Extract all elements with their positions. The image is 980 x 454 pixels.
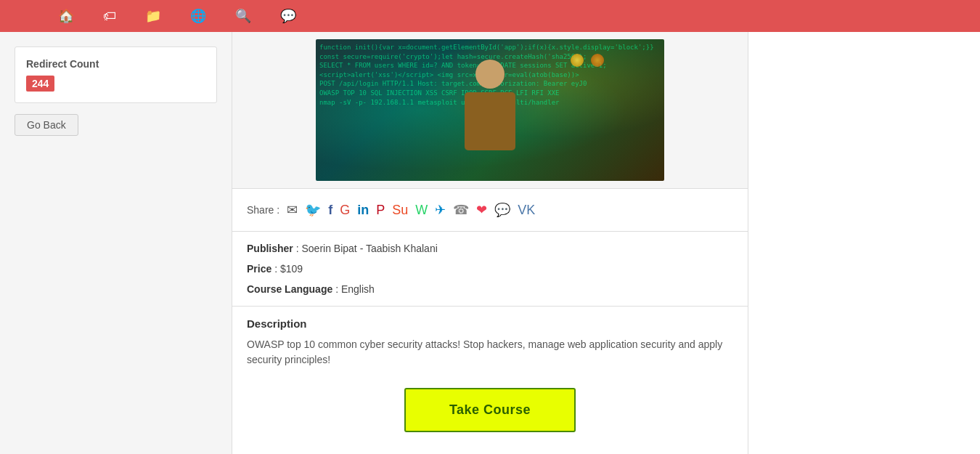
bokeh-yellow [571, 54, 584, 67]
share-google-icon[interactable]: G [340, 203, 350, 218]
navbar: 🏠 🏷 📁 🌐 🔍 💬 [0, 0, 980, 32]
publisher-label: Publisher [247, 243, 293, 254]
publisher-row: Publisher : Soerin Bipat - Taabish Khala… [247, 243, 733, 254]
share-label: Share : [247, 204, 279, 216]
price-separator: : [274, 263, 280, 275]
person-figure [446, 52, 534, 169]
bokeh-orange [591, 54, 604, 67]
nav-home-icon[interactable]: 🏠 [58, 8, 74, 24]
nav-globe-icon[interactable]: 🌐 [190, 8, 206, 24]
course-info-section: Publisher : Soerin Bipat - Taabish Khala… [232, 231, 748, 306]
price-label: Price [247, 263, 271, 275]
share-stumble-icon[interactable]: Su [392, 203, 408, 218]
language-separator: : [335, 283, 341, 295]
description-text: OWASP top 10 common cyber security attac… [247, 337, 733, 368]
share-pocket-icon[interactable]: ❤ [476, 202, 487, 218]
description-section: Description OWASP top 10 common cyber se… [232, 306, 748, 454]
share-email-icon[interactable]: ✉ [287, 202, 298, 218]
share-phone-icon[interactable]: ☎ [453, 202, 469, 218]
publisher-value: Soerin Bipat - Taabish Khalani [301, 243, 437, 254]
nav-search-icon[interactable]: 🔍 [235, 8, 251, 24]
go-back-button[interactable]: Go Back [15, 114, 78, 136]
nav-tag-icon[interactable]: 🏷 [103, 9, 116, 24]
nav-chat-icon[interactable]: 💬 [280, 8, 296, 24]
share-twitter-icon[interactable]: 🐦 [305, 202, 321, 218]
share-telegram-icon[interactable]: ✈ [435, 202, 446, 218]
language-label: Course Language [247, 283, 332, 295]
redirect-count-card: Redirect Count 244 [15, 46, 217, 103]
course-image-container: function init(){var x=document.getElemen… [232, 32, 748, 188]
course-image: function init(){var x=document.getElemen… [316, 39, 664, 181]
share-facebook-icon[interactable]: f [328, 203, 332, 218]
description-title: Description [247, 317, 733, 330]
language-row: Course Language : English [247, 283, 733, 295]
share-whatsapp-icon[interactable]: W [415, 203, 428, 218]
main-layout: Redirect Count 244 Go Back function init… [0, 32, 980, 454]
share-section: Share : ✉ 🐦 f G in P Su W ✈ ☎ ❤ 💬 VK [232, 188, 748, 231]
share-vk-icon[interactable]: VK [518, 203, 535, 218]
price-row: Price : $109 [247, 263, 733, 275]
take-course-container: Take Course [247, 381, 733, 447]
content-area: function init(){var x=document.getElemen… [232, 32, 748, 454]
take-course-button[interactable]: Take Course [404, 388, 576, 432]
share-messenger-icon[interactable]: 💬 [494, 202, 510, 218]
redirect-badge: 244 [26, 76, 54, 92]
share-linkedin-icon[interactable]: in [357, 203, 369, 218]
share-pinterest-icon[interactable]: P [376, 203, 385, 218]
price-value: $109 [280, 263, 303, 275]
sidebar: Redirect Count 244 Go Back [0, 32, 232, 454]
nav-folder-icon[interactable]: 📁 [145, 8, 161, 24]
language-value: English [341, 283, 375, 295]
bokeh-lights [568, 54, 606, 70]
redirect-label: Redirect Count [26, 58, 205, 70]
right-panel [748, 32, 980, 454]
